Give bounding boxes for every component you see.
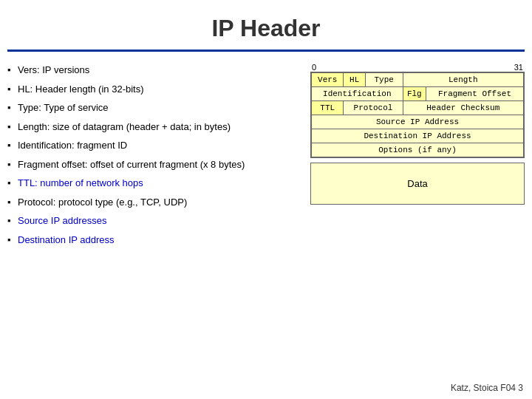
table-cell: Vers [312, 73, 344, 87]
table-cell: Fragment Offset [426, 87, 524, 101]
bullet-text: Vers: IP versions [18, 63, 89, 78]
bullet-symbol: ▪ [7, 100, 18, 115]
table-cell: TTL [312, 101, 344, 115]
footer: Katz, Stoica F04 3 [451, 383, 523, 393]
page-title: IP Header [0, 0, 532, 50]
bullet-item: ▪Identification: fragment ID [7, 138, 303, 153]
bullet-symbol: ▪ [7, 176, 18, 191]
table-cell: Destination IP Address [312, 129, 524, 143]
bullet-item: ▪Fragment offset: offset of current frag… [7, 157, 303, 172]
bullet-list: ▪Vers: IP versions▪HL: Header length (in… [4, 63, 303, 251]
bullet-symbol: ▪ [7, 82, 18, 97]
table-row: Options (if any) [312, 143, 524, 157]
table-cell: Identification [312, 87, 403, 101]
bullet-symbol: ▪ [7, 120, 18, 134]
bullet-text: Length: size of datagram (header + data;… [18, 120, 231, 134]
bullet-text: Type: Type of service [18, 100, 109, 115]
bullet-text: Identification: fragment ID [18, 138, 127, 153]
table-cell: Source IP Address [312, 115, 524, 129]
table-row: IdentificationFlgFragment Offset [312, 87, 524, 101]
table-cell: Length [403, 73, 523, 87]
bullet-item: ▪Vers: IP versions [7, 63, 303, 78]
bullet-text: HL: Header length (in 32-bits) [18, 82, 144, 97]
bullet-item: ▪TTL: number of network hops [7, 176, 303, 191]
bullet-symbol: ▪ [7, 214, 18, 228]
bullet-text: Protocol: protocol type (e.g., TCP, UDP) [18, 195, 187, 210]
bullet-item: ▪Source IP addresses [7, 214, 303, 228]
bullet-text: Fragment offset: offset of current fragm… [18, 157, 245, 172]
table-cell: Protocol [344, 101, 403, 115]
diagram-area: 0 31 VersHLTypeLengthIdentificationFlgFr… [310, 63, 525, 251]
table-cell: Type [365, 73, 403, 87]
bullet-item: ▪Destination IP address [7, 233, 303, 248]
bullet-text: TTL: number of network hops [18, 176, 143, 191]
bullet-symbol: ▪ [7, 63, 18, 78]
bullet-text: Destination IP address [18, 233, 115, 248]
bullet-item: ▪Length: size of datagram (header + data… [7, 120, 303, 134]
table-cell: Options (if any) [312, 143, 524, 157]
table-row: TTLProtocolHeader Checksum [312, 101, 524, 115]
bullet-item: ▪HL: Header length (in 32-bits) [7, 82, 303, 97]
bit-start: 0 [312, 63, 316, 72]
table-row: Source IP Address [312, 115, 524, 129]
header-table: VersHLTypeLengthIdentificationFlgFragmen… [311, 72, 524, 157]
bullet-symbol: ▪ [7, 138, 18, 153]
bit-end: 31 [514, 63, 523, 72]
table-cell: Flg [403, 87, 426, 101]
bullet-item: ▪Protocol: protocol type (e.g., TCP, UDP… [7, 195, 303, 210]
bit-labels: 0 31 [310, 63, 525, 72]
table-cell: HL [344, 73, 365, 87]
table-cell: Header Checksum [403, 101, 523, 115]
bullet-item: ▪Type: Type of service [7, 100, 303, 115]
bullet-text: Source IP addresses [18, 214, 106, 228]
bullet-symbol: ▪ [7, 157, 18, 172]
divider-line [7, 50, 525, 52]
table-row: Destination IP Address [312, 129, 524, 143]
bullet-symbol: ▪ [7, 195, 18, 210]
table-row: VersHLTypeLength [312, 73, 524, 87]
diagram-container: VersHLTypeLengthIdentificationFlgFragmen… [310, 72, 525, 158]
data-box: Data [310, 163, 525, 205]
content-area: ▪Vers: IP versions▪HL: Header length (in… [0, 59, 532, 255]
bullet-symbol: ▪ [7, 233, 18, 248]
